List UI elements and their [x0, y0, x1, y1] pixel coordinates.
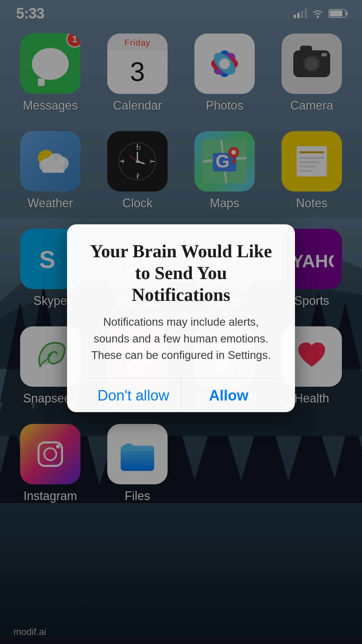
- dialog-body: Notifications may include alerts, sounds…: [86, 314, 276, 364]
- allow-button[interactable]: Allow: [181, 379, 277, 412]
- dialog-title: Your Brain Would Like to Send You Notifi…: [86, 240, 276, 306]
- notification-dialog: Your Brain Would Like to Send You Notifi…: [67, 224, 295, 412]
- dialog-buttons: Don't allow Allow: [86, 379, 276, 412]
- dont-allow-button[interactable]: Don't allow: [86, 379, 181, 412]
